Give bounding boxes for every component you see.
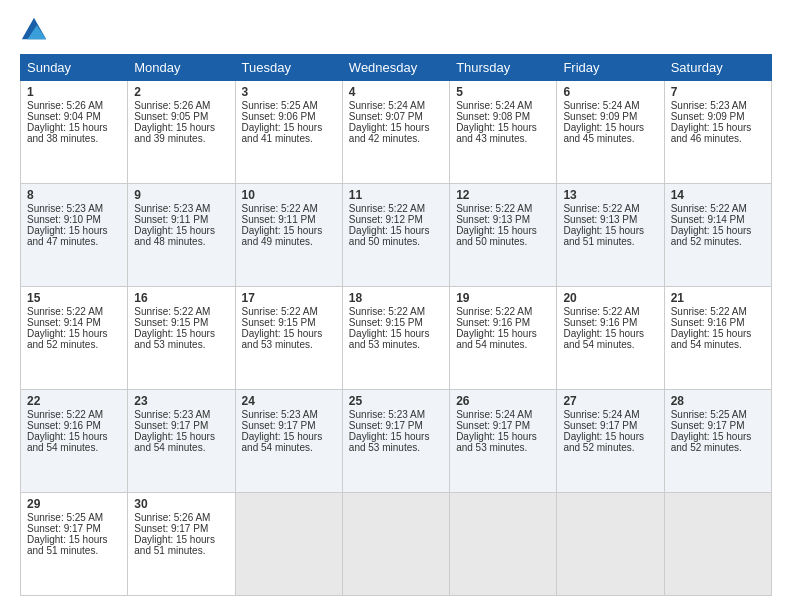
sunset: Sunset: 9:17 PM <box>134 523 208 534</box>
day-number: 20 <box>563 291 657 305</box>
calendar-cell: 24 Sunrise: 5:23 AM Sunset: 9:17 PM Dayl… <box>235 390 342 493</box>
sunrise: Sunrise: 5:25 AM <box>27 512 103 523</box>
calendar-day-header: Wednesday <box>342 55 449 81</box>
daylight: Daylight: 15 hours and 53 minutes. <box>349 431 430 453</box>
sunrise: Sunrise: 5:24 AM <box>456 100 532 111</box>
daylight: Daylight: 15 hours and 46 minutes. <box>671 122 752 144</box>
day-number: 5 <box>456 85 550 99</box>
daylight: Daylight: 15 hours and 47 minutes. <box>27 225 108 247</box>
sunset: Sunset: 9:15 PM <box>134 317 208 328</box>
sunset: Sunset: 9:11 PM <box>134 214 208 225</box>
daylight: Daylight: 15 hours and 50 minutes. <box>456 225 537 247</box>
daylight: Daylight: 15 hours and 43 minutes. <box>456 122 537 144</box>
day-number: 6 <box>563 85 657 99</box>
calendar-cell: 1 Sunrise: 5:26 AM Sunset: 9:04 PM Dayli… <box>21 81 128 184</box>
daylight: Daylight: 15 hours and 51 minutes. <box>563 225 644 247</box>
sunset: Sunset: 9:04 PM <box>27 111 101 122</box>
sunrise: Sunrise: 5:23 AM <box>134 409 210 420</box>
daylight: Daylight: 15 hours and 38 minutes. <box>27 122 108 144</box>
daylight: Daylight: 15 hours and 53 minutes. <box>242 328 323 350</box>
sunrise: Sunrise: 5:22 AM <box>27 409 103 420</box>
calendar-cell: 5 Sunrise: 5:24 AM Sunset: 9:08 PM Dayli… <box>450 81 557 184</box>
sunrise: Sunrise: 5:25 AM <box>242 100 318 111</box>
calendar-cell: 18 Sunrise: 5:22 AM Sunset: 9:15 PM Dayl… <box>342 287 449 390</box>
calendar-day-header: Friday <box>557 55 664 81</box>
day-number: 19 <box>456 291 550 305</box>
daylight: Daylight: 15 hours and 50 minutes. <box>349 225 430 247</box>
calendar-cell: 26 Sunrise: 5:24 AM Sunset: 9:17 PM Dayl… <box>450 390 557 493</box>
sunrise: Sunrise: 5:22 AM <box>671 306 747 317</box>
daylight: Daylight: 15 hours and 53 minutes. <box>349 328 430 350</box>
daylight: Daylight: 15 hours and 42 minutes. <box>349 122 430 144</box>
calendar-cell: 11 Sunrise: 5:22 AM Sunset: 9:12 PM Dayl… <box>342 184 449 287</box>
sunset: Sunset: 9:17 PM <box>671 420 745 431</box>
calendar-cell: 19 Sunrise: 5:22 AM Sunset: 9:16 PM Dayl… <box>450 287 557 390</box>
sunset: Sunset: 9:12 PM <box>349 214 423 225</box>
day-number: 14 <box>671 188 765 202</box>
day-number: 4 <box>349 85 443 99</box>
daylight: Daylight: 15 hours and 53 minutes. <box>134 328 215 350</box>
sunrise: Sunrise: 5:22 AM <box>563 306 639 317</box>
day-number: 23 <box>134 394 228 408</box>
sunset: Sunset: 9:11 PM <box>242 214 316 225</box>
logo <box>20 16 52 44</box>
calendar-cell: 16 Sunrise: 5:22 AM Sunset: 9:15 PM Dayl… <box>128 287 235 390</box>
daylight: Daylight: 15 hours and 51 minutes. <box>27 534 108 556</box>
sunrise: Sunrise: 5:26 AM <box>134 100 210 111</box>
daylight: Daylight: 15 hours and 48 minutes. <box>134 225 215 247</box>
calendar-cell: 29 Sunrise: 5:25 AM Sunset: 9:17 PM Dayl… <box>21 493 128 596</box>
sunset: Sunset: 9:17 PM <box>456 420 530 431</box>
day-number: 17 <box>242 291 336 305</box>
logo-icon <box>20 16 48 44</box>
calendar-cell: 8 Sunrise: 5:23 AM Sunset: 9:10 PM Dayli… <box>21 184 128 287</box>
sunset: Sunset: 9:17 PM <box>134 420 208 431</box>
day-number: 10 <box>242 188 336 202</box>
day-number: 1 <box>27 85 121 99</box>
calendar-day-header: Monday <box>128 55 235 81</box>
sunrise: Sunrise: 5:22 AM <box>242 203 318 214</box>
calendar-cell: 13 Sunrise: 5:22 AM Sunset: 9:13 PM Dayl… <box>557 184 664 287</box>
sunrise: Sunrise: 5:23 AM <box>27 203 103 214</box>
day-number: 12 <box>456 188 550 202</box>
daylight: Daylight: 15 hours and 39 minutes. <box>134 122 215 144</box>
daylight: Daylight: 15 hours and 51 minutes. <box>134 534 215 556</box>
calendar-cell: 21 Sunrise: 5:22 AM Sunset: 9:16 PM Dayl… <box>664 287 771 390</box>
calendar-cell: 2 Sunrise: 5:26 AM Sunset: 9:05 PM Dayli… <box>128 81 235 184</box>
sunset: Sunset: 9:17 PM <box>27 523 101 534</box>
day-number: 30 <box>134 497 228 511</box>
sunrise: Sunrise: 5:23 AM <box>134 203 210 214</box>
day-number: 16 <box>134 291 228 305</box>
day-number: 18 <box>349 291 443 305</box>
calendar-table: SundayMondayTuesdayWednesdayThursdayFrid… <box>20 54 772 596</box>
calendar-day-header: Sunday <box>21 55 128 81</box>
sunrise: Sunrise: 5:26 AM <box>27 100 103 111</box>
calendar-cell: 10 Sunrise: 5:22 AM Sunset: 9:11 PM Dayl… <box>235 184 342 287</box>
day-number: 11 <box>349 188 443 202</box>
sunset: Sunset: 9:16 PM <box>563 317 637 328</box>
calendar-cell: 20 Sunrise: 5:22 AM Sunset: 9:16 PM Dayl… <box>557 287 664 390</box>
sunrise: Sunrise: 5:24 AM <box>563 409 639 420</box>
calendar-week-row: 1 Sunrise: 5:26 AM Sunset: 9:04 PM Dayli… <box>21 81 772 184</box>
day-number: 9 <box>134 188 228 202</box>
sunrise: Sunrise: 5:22 AM <box>349 306 425 317</box>
sunset: Sunset: 9:17 PM <box>563 420 637 431</box>
header <box>20 16 772 44</box>
sunrise: Sunrise: 5:25 AM <box>671 409 747 420</box>
daylight: Daylight: 15 hours and 41 minutes. <box>242 122 323 144</box>
daylight: Daylight: 15 hours and 52 minutes. <box>563 431 644 453</box>
calendar-week-row: 15 Sunrise: 5:22 AM Sunset: 9:14 PM Dayl… <box>21 287 772 390</box>
calendar-day-header: Tuesday <box>235 55 342 81</box>
sunset: Sunset: 9:16 PM <box>27 420 101 431</box>
calendar-cell <box>450 493 557 596</box>
daylight: Daylight: 15 hours and 49 minutes. <box>242 225 323 247</box>
sunset: Sunset: 9:14 PM <box>27 317 101 328</box>
sunset: Sunset: 9:15 PM <box>349 317 423 328</box>
sunset: Sunset: 9:16 PM <box>671 317 745 328</box>
calendar-cell: 3 Sunrise: 5:25 AM Sunset: 9:06 PM Dayli… <box>235 81 342 184</box>
calendar-cell <box>557 493 664 596</box>
sunset: Sunset: 9:09 PM <box>563 111 637 122</box>
day-number: 2 <box>134 85 228 99</box>
daylight: Daylight: 15 hours and 54 minutes. <box>563 328 644 350</box>
calendar-week-row: 22 Sunrise: 5:22 AM Sunset: 9:16 PM Dayl… <box>21 390 772 493</box>
calendar-cell: 14 Sunrise: 5:22 AM Sunset: 9:14 PM Dayl… <box>664 184 771 287</box>
